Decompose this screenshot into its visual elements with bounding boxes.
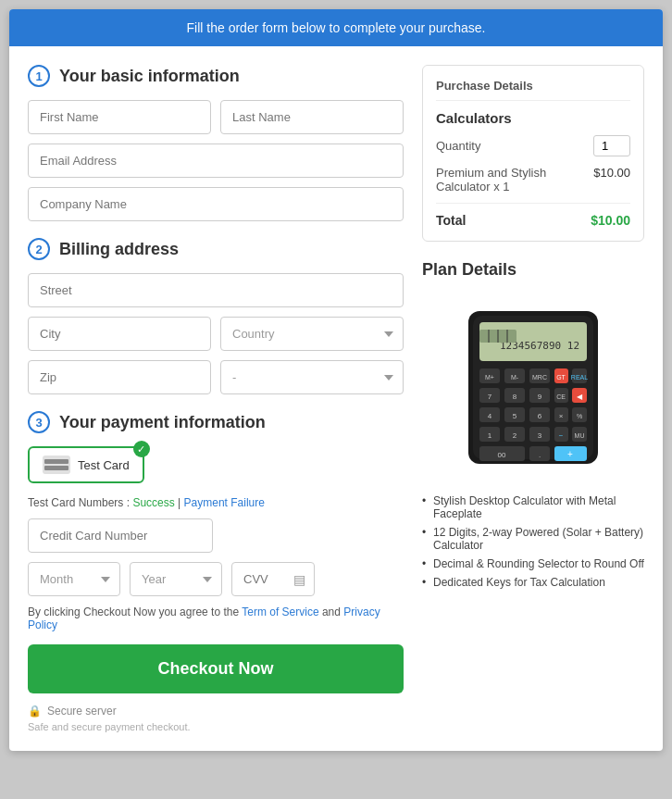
lock-icon: 🔒 [28,705,42,718]
email-input[interactable] [28,144,404,178]
name-row [28,100,404,134]
card-stripe-2 [44,466,68,470]
expiry-cvv-row: Month 010203 040506 070809 101112 Year 2… [28,562,404,596]
test-card-text: Test Card Numbers : Success | Payment Fa… [28,496,404,509]
plan-feature-item: Decimal & Rounding Selector to Round Off [422,557,644,570]
state-select[interactable]: - [220,360,404,394]
svg-text:9: 9 [538,393,542,401]
svg-text:3: 3 [538,431,542,440]
quantity-label: Quantity [436,139,480,153]
country-select[interactable]: Country [220,317,404,351]
left-panel: 1 Your basic information 2 Billing addre… [28,65,404,732]
email-row [28,144,404,178]
section3-header: 3 Your payment information [28,411,404,433]
card-option[interactable]: Test Card ✓ [28,446,144,483]
svg-text:GT: GT [556,374,566,381]
svg-text:%: % [577,413,582,419]
card-option-wrapper: Test Card ✓ [28,446,404,496]
product-name: Calculators [436,110,630,126]
svg-text:2: 2 [513,431,517,440]
svg-text:−: − [559,431,564,440]
company-input[interactable] [28,187,404,221]
city-input[interactable] [28,317,211,351]
main-content: 1 Your basic information 2 Billing addre… [9,46,663,751]
street-row [28,273,404,307]
svg-text:M-: M- [511,374,519,381]
agree-and: and [319,605,344,618]
top-banner: Fill the order form below to complete yo… [9,9,663,46]
secure-label: Secure server [47,705,117,718]
quantity-input[interactable] [593,135,630,156]
check-badge: ✓ [133,441,150,457]
cvv-wrapper: ▤ [231,562,315,596]
secure-info: 🔒 Secure server [28,705,404,718]
section3-title: Your payment information [59,413,266,432]
cc-number-input[interactable] [28,518,213,553]
cc-number-row [28,518,404,553]
test-card-success-link[interactable]: Success [132,496,174,509]
card-icon-inner [44,459,68,470]
plan-details: Plan Details 1234567890 12 [422,260,644,589]
price-row: Premium and Stylish Calculator x 1 $10.0… [436,166,630,204]
card-icon [43,456,70,474]
test-card-prefix: Test Card Numbers : [28,496,132,509]
purchase-details-box: Purchase Details Calculators Quantity Pr… [422,65,644,242]
checkout-button[interactable]: Checkout Now [28,644,404,693]
city-country-row: Country [28,317,404,351]
first-name-input[interactable] [28,100,211,134]
agree-text: By clicking Checkout Now you agree to th… [28,605,404,631]
card-stripe-1 [44,459,68,464]
svg-text:×: × [559,412,564,420]
year-select[interactable]: Year 202420252026 20272028 [130,562,222,596]
svg-text:MRC: MRC [532,374,547,381]
total-row: Total $10.00 [436,213,630,228]
agree-prefix: By clicking Checkout Now you agree to th… [28,605,242,618]
company-row [28,187,404,221]
right-panel: Purchase Details Calculators Quantity Pr… [422,65,644,732]
section1-header: 1 Your basic information [28,65,404,87]
svg-text:+: + [567,449,573,459]
item-price: $10.00 [593,166,630,180]
terms-link[interactable]: Term of Service [242,605,318,618]
test-card-separator: | [175,496,184,509]
section1-number: 1 [28,65,50,87]
svg-text:4: 4 [488,412,492,420]
plan-feature-item: 12 Digits, 2-way Powered (Solar + Batter… [422,526,644,552]
svg-text:.: . [539,451,541,459]
svg-text:00: 00 [498,451,506,459]
svg-text:CE: CE [556,393,566,400]
svg-text:6: 6 [538,412,542,420]
banner-text: Fill the order form below to complete yo… [187,20,486,35]
total-label: Total [436,213,466,228]
street-input[interactable] [28,273,404,307]
cvv-icon: ▤ [293,572,305,587]
svg-text:1: 1 [488,431,492,440]
plan-features: Stylish Desktop Calculator with Metal Fa… [422,494,644,589]
zip-state-row: - [28,360,404,394]
plan-feature-item: Dedicated Keys for Tax Calculation [422,576,644,589]
last-name-input[interactable] [220,100,404,134]
svg-text:REAL: REAL [571,374,588,381]
secure-sub: Safe and secure payment checkout. [28,721,404,732]
section1-title: Your basic information [59,67,240,86]
section2-header: 2 Billing address [28,238,404,260]
calculator-svg: 1234567890 12 M+ M- [441,293,626,478]
purchase-details-title: Purchase Details [436,79,630,101]
section2-number: 2 [28,238,50,260]
calculator-image: 1234567890 12 M+ M- [422,293,644,481]
test-card-failure-link[interactable]: Payment Failure [184,496,265,509]
plan-feature-item: Stylish Desktop Calculator with Metal Fa… [422,494,644,520]
zip-input[interactable] [28,360,211,394]
total-value: $10.00 [591,213,630,228]
month-select[interactable]: Month 010203 040506 070809 101112 [28,562,120,596]
item-desc: Premium and Stylish Calculator x 1 [436,166,593,194]
section3-number: 3 [28,411,50,433]
section2-title: Billing address [59,240,179,259]
svg-text:M+: M+ [485,374,494,381]
quantity-row: Quantity [436,135,630,156]
svg-text:7: 7 [488,393,492,401]
page-wrapper: Fill the order form below to complete yo… [9,9,663,751]
card-label: Test Card [78,458,130,472]
svg-text:MU: MU [575,432,585,439]
svg-text:8: 8 [513,393,517,401]
